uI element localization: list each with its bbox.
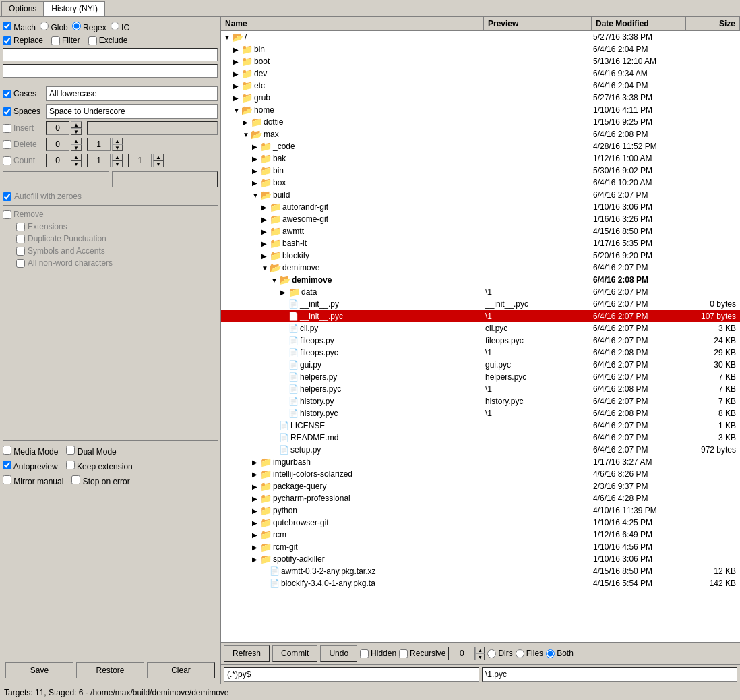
tree-row[interactable]: ▶📁blockify5/20/16 9:20 PM [221, 250, 740, 262]
count-val2[interactable] [87, 154, 111, 167]
tree-row[interactable]: 📄history.pyhistory.pyc6/4/16 2:07 PM7 KB [221, 395, 740, 407]
expand-arrow[interactable]: ▶ [243, 119, 249, 126]
tree-row[interactable]: ▼📂demimove6/4/16 2:08 PM [221, 274, 740, 286]
expand-arrow[interactable]: ▼ [224, 34, 230, 41]
insert-text-field[interactable] [87, 121, 218, 135]
tree-row[interactable]: 📄fileops.pyc\16/4/16 2:08 PM29 KB [221, 347, 740, 359]
spaces-checkbox[interactable] [3, 107, 11, 116]
expand-arrow[interactable]: ▶ [252, 531, 259, 539]
tree-row[interactable]: 📄fileops.pyfileops.pyc6/4/16 2:07 PM24 K… [221, 334, 740, 347]
tree-row[interactable]: ▶📁bin5/30/16 9:02 PM [221, 165, 740, 177]
autopreview-label[interactable]: Autopreview [3, 461, 58, 471]
expand-arrow[interactable]: ▶ [261, 216, 268, 223]
regex-left-input[interactable] [224, 667, 479, 682]
count-down1[interactable]: ▼ [71, 161, 82, 167]
tree-row[interactable]: ▶📁data\16/4/16 2:07 PM [221, 286, 740, 298]
count-label[interactable]: Count [3, 156, 43, 165]
expand-arrow[interactable]: ▼ [233, 107, 240, 114]
count-down3[interactable]: ▼ [153, 161, 164, 167]
recursive-check-label[interactable]: Recursive [399, 649, 445, 658]
tree-row[interactable]: ▶📁autorandr-git1/10/16 3:06 PM [221, 201, 740, 213]
symbols-checkbox[interactable] [16, 247, 25, 256]
autofill-checkbox[interactable] [3, 192, 11, 201]
remove-checkbox[interactable] [3, 210, 11, 219]
tree-row[interactable]: ▶📁box6/4/16 10:20 AM [221, 177, 740, 189]
tree-row[interactable]: ▶📁rcm1/12/16 6:49 PM [221, 529, 740, 541]
regex-right-input[interactable] [482, 667, 737, 682]
filter-label[interactable]: Filter [51, 36, 80, 45]
expand-arrow[interactable]: ▶ [261, 204, 268, 211]
tree-row[interactable]: ▼📂max6/4/16 2:08 PM [221, 128, 740, 140]
tree-row[interactable]: ▶📁awesome-git1/16/16 3:26 PM [221, 213, 740, 225]
tree-row[interactable]: 📄gui.pygui.pyc6/4/16 2:07 PM30 KB [221, 359, 740, 371]
input-field-1[interactable] [3, 48, 218, 61]
tree-row[interactable]: ▼📂build6/4/16 2:07 PM [221, 189, 740, 201]
insert-up[interactable]: ▲ [71, 121, 82, 128]
dirs-radio-label[interactable]: Dirs [487, 649, 512, 658]
both-radio[interactable] [546, 649, 555, 658]
media-mode-label[interactable]: Media Mode [3, 446, 58, 457]
nonword-checkbox[interactable] [16, 259, 25, 268]
delete-down2[interactable]: ▼ [112, 144, 123, 151]
tree-row[interactable]: 📄helpers.pyhelpers.pyc6/4/16 2:07 PM7 KB [221, 371, 740, 383]
tree-row[interactable]: 📄__init__.py__init__.pyc6/4/16 2:07 PM0 … [221, 298, 740, 310]
glob-radio-label[interactable]: Glob [40, 22, 68, 32]
stop-error-label[interactable]: Stop on error [71, 475, 129, 486]
clear-button[interactable]: Clear [147, 662, 215, 678]
expand-arrow[interactable]: ▶ [252, 544, 259, 551]
tree-row[interactable]: 📄awmtt-0.3-2-any.pkg.tar.xz4/15/16 8:50 … [221, 565, 740, 577]
tree-row[interactable]: ▼📂/5/27/16 3:38 PM [221, 31, 740, 43]
action-btn-2[interactable] [112, 171, 218, 187]
count-val1[interactable] [46, 154, 69, 167]
expand-arrow[interactable]: ▶ [233, 94, 240, 102]
save-button[interactable]: Save [5, 662, 73, 678]
tree-row[interactable]: 📄README.md6/4/16 2:07 PM3 KB [221, 432, 740, 444]
tree-row[interactable]: 📄helpers.pyc\16/4/16 2:08 PM7 KB [221, 383, 740, 395]
tree-row[interactable]: ▶📁bin6/4/16 2:04 PM [221, 43, 740, 55]
refresh-button[interactable]: Refresh [224, 645, 270, 662]
autopreview-checkbox[interactable] [3, 461, 11, 469]
tree-row[interactable]: ▶📁etc6/4/16 2:04 PM [221, 80, 740, 92]
expand-arrow[interactable]: ▶ [252, 459, 259, 466]
count-checkbox[interactable] [3, 156, 11, 165]
expand-arrow[interactable]: ▼ [261, 264, 268, 272]
tree-row[interactable]: ▶📁dottie1/15/16 9:25 PM [221, 116, 740, 128]
tree-row[interactable]: 📄history.pyc\16/4/16 2:08 PM8 KB [221, 407, 740, 419]
tree-row[interactable]: ▼📂demimove6/4/16 2:07 PM [221, 262, 740, 274]
exclude-label[interactable]: Exclude [88, 36, 128, 45]
tree-row[interactable]: ▶📁bak1/12/16 1:00 AM [221, 152, 740, 165]
glob-radio[interactable] [40, 22, 49, 30]
mirror-manual-label[interactable]: Mirror manual [3, 475, 63, 486]
dual-mode-label[interactable]: Dual Mode [66, 446, 116, 457]
tab-history[interactable]: History (NYI) [44, 1, 105, 16]
stop-error-checkbox[interactable] [71, 475, 80, 484]
remove-label[interactable]: Remove [3, 210, 44, 219]
extensions-checkbox[interactable] [16, 223, 25, 231]
tree-row[interactable]: ▶📁package-query2/3/16 9:37 PM [221, 480, 740, 492]
count-val3[interactable] [128, 154, 152, 167]
files-radio[interactable] [516, 649, 524, 658]
delete-up2[interactable]: ▲ [112, 138, 123, 144]
expand-arrow[interactable]: ▶ [261, 240, 268, 247]
regex-radio-label[interactable]: Regex [72, 22, 106, 32]
tree-row[interactable]: ▶📁imgurbash1/17/16 3:27 AM [221, 456, 740, 468]
expand-arrow[interactable]: ▶ [252, 483, 259, 490]
expand-arrow[interactable]: ▶ [252, 507, 259, 515]
expand-arrow[interactable]: ▶ [261, 252, 268, 260]
mirror-manual-checkbox[interactable] [3, 475, 11, 484]
expand-arrow[interactable]: ▶ [252, 179, 259, 187]
expand-arrow[interactable]: ▶ [252, 495, 259, 502]
expand-arrow[interactable]: ▶ [233, 58, 240, 65]
delete-label[interactable]: Delete [3, 140, 43, 149]
hidden-check-label[interactable]: Hidden [360, 649, 396, 658]
cases-dropdown[interactable]: All lowercase All uppercase Title case [46, 86, 218, 101]
tree-row[interactable]: 📄LICENSE6/4/16 2:07 PM1 KB [221, 419, 740, 432]
expand-arrow[interactable]: ▶ [252, 556, 259, 563]
exclude-checkbox[interactable] [88, 36, 97, 45]
dup-punct-checkbox[interactable] [16, 235, 25, 243]
tree-row[interactable]: ▼📂home1/10/16 4:11 PM [221, 104, 740, 116]
count-up1[interactable]: ▲ [71, 154, 82, 161]
tree-row[interactable]: ▶📁qutebrowser-git1/10/16 4:25 PM [221, 517, 740, 529]
count-spin-down[interactable]: ▼ [475, 653, 485, 660]
file-tree[interactable]: ▼📂/5/27/16 3:38 PM▶📁bin6/4/16 2:04 PM▶📁b… [221, 31, 740, 642]
